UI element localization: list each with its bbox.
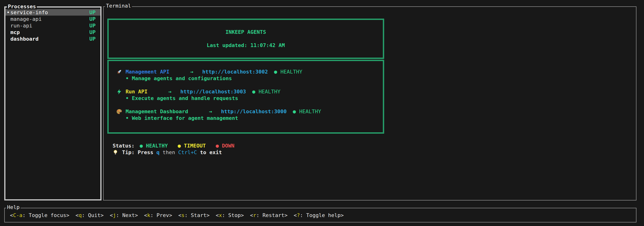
process-row-service-info[interactable]: • service-info UP	[6, 9, 100, 16]
selected-bullet	[6, 29, 10, 35]
arrow-icon: →	[168, 88, 172, 95]
healthy-label: HEALTHY	[146, 143, 168, 149]
shortcut-restart: <r: Restart>	[250, 212, 288, 218]
palette-icon	[116, 109, 126, 115]
selected-bullet	[6, 16, 10, 22]
help-bar: Help <C-a: Toggle focus> <q: Quit> <j: N…	[4, 208, 636, 222]
process-name: run-api	[10, 23, 90, 29]
shortcut-key: r	[253, 212, 256, 218]
arrow-icon: →	[190, 69, 193, 75]
shortcut-key: C-a	[13, 212, 22, 218]
service-description: • Manage agents and configurations	[116, 75, 383, 82]
shortcut-open-bracket: <	[10, 212, 13, 218]
help-bar-title: Help	[6, 204, 20, 210]
arrow-icon: →	[209, 108, 212, 115]
health-dot-icon: ●	[252, 88, 255, 95]
timeout-label: TIMEOUT	[184, 143, 206, 149]
status-legend: Status: ● HEALTHY ● TIMEOUT ● DOWN	[112, 143, 244, 149]
service-name: Run API	[126, 88, 148, 95]
shortcut-start: <s: Start>	[178, 212, 210, 218]
shortcut-next: <j: Next>	[110, 212, 138, 218]
shortcut-key: ?	[297, 212, 300, 218]
service-url[interactable]: http://localhost:3000	[221, 108, 286, 115]
service-url[interactable]: http://localhost:3003	[180, 88, 246, 95]
shortcut-prev: <k: Prev>	[144, 212, 172, 218]
shortcut-key: k	[147, 212, 150, 218]
shortcut-label: : Toggle focus>	[22, 212, 70, 218]
down-label: DOWN	[222, 143, 234, 149]
shortcut-label: : Next>	[116, 212, 138, 218]
shortcut-key: x	[219, 212, 222, 218]
lightbulb-icon	[112, 149, 122, 156]
shortcut-open-bracket: <	[76, 212, 78, 218]
process-row-run-api[interactable]: run-api UP	[6, 22, 100, 29]
shortcut-open-bracket: <	[294, 212, 297, 218]
health-dot-icon: ●	[274, 69, 277, 75]
shortcut-label: : Prev>	[150, 212, 172, 218]
shortcut-quit: <q: Quit>	[76, 212, 104, 218]
down-dot-icon: ●	[216, 143, 219, 149]
process-row-manage-api[interactable]: manage-api UP	[6, 16, 100, 22]
shortcut-open-bracket: <	[144, 212, 147, 218]
help-shortcuts: <C-a: Toggle focus> <q: Quit> <j: Next> …	[5, 208, 636, 222]
selected-bullet: •	[6, 10, 10, 15]
service-health-status: HEALTHY	[280, 69, 302, 75]
tip-line: Tip: Press q then Ctrl+C to exit	[112, 149, 225, 156]
service-row: Run API → http://localhost:3003 ● HEALTH…	[116, 88, 383, 95]
spacer	[116, 102, 383, 108]
service-row: Management Dashboard → http://localhost:…	[116, 108, 383, 115]
lightning-icon	[116, 89, 126, 95]
process-name: manage-api	[10, 16, 90, 22]
banner-box: INKEEP AGENTS Last updated: 11:07:42 AM	[108, 19, 384, 59]
shortcut-open-bracket: <	[250, 212, 253, 218]
process-row-dashboard[interactable]: dashboard UP	[6, 36, 100, 42]
shortcut-stop: <x: Stop>	[216, 212, 244, 218]
status-legend-label: Status:	[112, 143, 134, 149]
shortcut-key: q	[78, 212, 82, 218]
health-dot-icon: ●	[293, 108, 296, 115]
timeout-dot-icon: ●	[178, 143, 181, 149]
service-row: Management API → http://localhost:3002 ●…	[116, 69, 383, 75]
healthy-dot-icon: ●	[140, 143, 143, 149]
terminal-panel[interactable]: Terminal INKEEP AGENTS Last updated: 11:…	[103, 7, 636, 200]
process-name: service-info	[10, 10, 90, 15]
terminal-panel-title: Terminal	[105, 3, 132, 9]
process-row-mcp[interactable]: mcp UP	[6, 29, 100, 36]
process-status-badge: UP	[90, 29, 96, 35]
rocket-icon	[116, 69, 126, 75]
banner-title: INKEEP AGENTS	[226, 29, 266, 36]
last-updated-text: Last updated: 11:07:42 AM	[206, 42, 285, 49]
shortcut-label: : Toggle help>	[300, 212, 344, 218]
shortcut-label: : Quit>	[82, 212, 104, 218]
service-health-status: HEALTHY	[258, 88, 280, 95]
shortcut-open-bracket: <	[216, 212, 219, 218]
tip-tail-text: to exit	[200, 149, 222, 156]
process-list: • service-info UP manage-api UP run-api …	[6, 8, 100, 42]
tip-lead-text: Tip: Press	[122, 149, 153, 156]
service-description: • Execute agents and handle requests	[116, 95, 383, 102]
shortcut-label: : Restart>	[256, 212, 288, 218]
shortcut-toggle-help: <?: Toggle help>	[294, 212, 344, 218]
tip-quit-key: q	[156, 149, 159, 156]
shortcut-label: : Stop>	[222, 212, 244, 218]
service-name: Management API	[126, 69, 169, 75]
shortcut-key: s	[182, 212, 184, 218]
process-name: dashboard	[10, 36, 90, 42]
processes-panel-title: Processes	[7, 4, 37, 10]
service-description: • Web interface for agent management	[116, 115, 383, 122]
process-status-badge: UP	[90, 36, 96, 42]
tip-conjunction-text: then	[163, 149, 175, 156]
shortcut-open-bracket: <	[110, 212, 113, 218]
process-status-badge: UP	[90, 16, 96, 22]
shortcut-open-bracket: <	[178, 212, 181, 218]
selected-bullet	[6, 23, 10, 29]
shortcut-label: : Start>	[184, 212, 210, 218]
shortcut-key: j	[113, 212, 116, 218]
service-name: Management Dashboard	[126, 108, 188, 115]
service-url[interactable]: http://localhost:3002	[202, 69, 268, 75]
services-box: Management API → http://localhost:3002 ●…	[108, 60, 384, 134]
tip-interrupt-key: Ctrl+C	[178, 149, 197, 156]
service-health-status: HEALTHY	[299, 108, 321, 115]
processes-panel: Processes • service-info UP manage-api U…	[4, 7, 102, 200]
shortcut-toggle-focus: <C-a: Toggle focus>	[10, 212, 70, 218]
